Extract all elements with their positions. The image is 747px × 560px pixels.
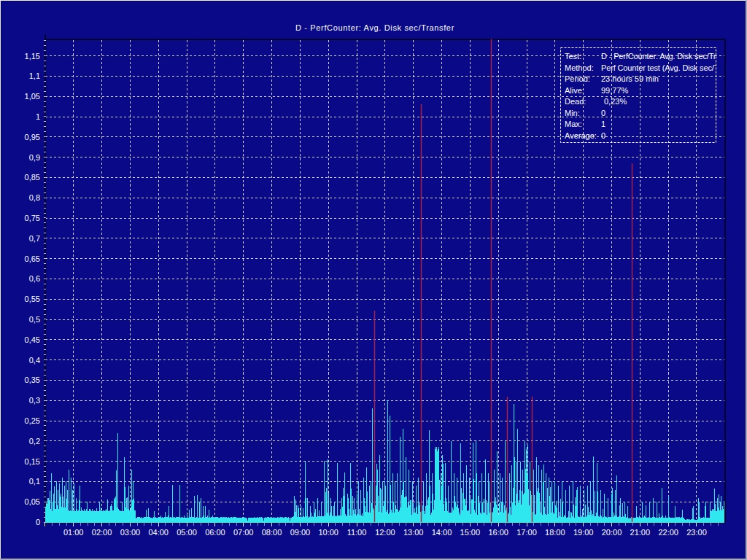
svg-text:0,25: 0,25 (25, 416, 40, 425)
svg-text:17:00: 17:00 (516, 528, 537, 537)
svg-text:Average:: Average: (565, 131, 597, 140)
svg-text:16:00: 16:00 (488, 528, 508, 537)
svg-text:Min:: Min: (565, 109, 580, 117)
svg-text:12:00: 12:00 (375, 528, 395, 537)
svg-text:08:00: 08:00 (262, 528, 282, 537)
svg-text:11:00: 11:00 (347, 528, 367, 537)
svg-text:05:00: 05:00 (177, 528, 197, 537)
svg-text:21:00: 21:00 (630, 528, 651, 537)
svg-text:1: 1 (36, 112, 40, 121)
svg-text:07:00: 07:00 (233, 528, 254, 537)
svg-text:0,23%: 0,23% (604, 97, 627, 106)
svg-text:0: 0 (601, 131, 605, 140)
svg-text:D - PerfCounter: Avg. Disk sec: D - PerfCounter: Avg. Disk sec/Tra (601, 52, 721, 61)
svg-text:0: 0 (601, 109, 605, 117)
svg-text:0,35: 0,35 (25, 376, 40, 384)
svg-text:0,85: 0,85 (25, 173, 40, 182)
svg-text:Period:: Period: (565, 74, 590, 83)
svg-text:0,3: 0,3 (29, 396, 40, 405)
svg-text:13:00: 13:00 (403, 528, 424, 537)
svg-text:03:00: 03:00 (120, 528, 141, 537)
svg-text:0,5: 0,5 (29, 315, 40, 324)
svg-text:0,4: 0,4 (29, 356, 40, 365)
svg-text:1,05: 1,05 (25, 92, 40, 101)
svg-text:1: 1 (601, 120, 605, 128)
svg-text:06:00: 06:00 (205, 528, 225, 537)
svg-text:15:00: 15:00 (460, 528, 481, 537)
svg-text:99,77%: 99,77% (601, 86, 629, 95)
svg-text:0,7: 0,7 (29, 234, 40, 243)
svg-text:0,75: 0,75 (25, 214, 40, 222)
svg-text:Test:: Test: (565, 52, 581, 61)
svg-text:0,95: 0,95 (25, 133, 40, 141)
svg-text:1,1: 1,1 (29, 71, 40, 80)
svg-text:Method:: Method: (565, 63, 594, 72)
svg-text:0: 0 (36, 518, 40, 526)
svg-text:0,15: 0,15 (25, 457, 40, 466)
svg-text:1,15: 1,15 (25, 52, 40, 61)
svg-text:02:00: 02:00 (92, 528, 112, 537)
svg-text:0,1: 0,1 (29, 477, 40, 486)
svg-text:01:00: 01:00 (63, 528, 84, 537)
svg-text:0,2: 0,2 (29, 437, 40, 446)
svg-text:Max:: Max: (565, 120, 582, 128)
svg-text:0,9: 0,9 (29, 153, 40, 162)
svg-text:D - PerfCounter: Avg. Disk sec: D - PerfCounter: Avg. Disk sec/Transfer (295, 23, 454, 32)
svg-text:22:00: 22:00 (658, 528, 678, 537)
svg-text:0,8: 0,8 (29, 193, 40, 202)
svg-text:0,6: 0,6 (29, 274, 40, 283)
svg-text:Perf Counter test (Avg. Disk s: Perf Counter test (Avg. Disk sec/Tr (601, 63, 721, 72)
svg-text:0,55: 0,55 (25, 295, 40, 303)
svg-text:19:00: 19:00 (573, 528, 594, 537)
svg-text:Alive:: Alive: (565, 86, 584, 95)
svg-text:09:00: 09:00 (290, 528, 311, 537)
svg-text:0,05: 0,05 (25, 497, 40, 506)
svg-text:23 hours 59 min: 23 hours 59 min (601, 74, 659, 83)
svg-text:18:00: 18:00 (545, 528, 565, 537)
svg-text:Dead:: Dead: (565, 97, 586, 106)
svg-text:23:00: 23:00 (686, 528, 707, 537)
svg-text:10:00: 10:00 (318, 528, 338, 537)
svg-text:0,65: 0,65 (25, 254, 40, 263)
svg-text:20:00: 20:00 (602, 528, 622, 537)
svg-text:04:00: 04:00 (148, 528, 169, 537)
svg-text:0,45: 0,45 (25, 335, 40, 344)
svg-text:14:00: 14:00 (432, 528, 452, 537)
